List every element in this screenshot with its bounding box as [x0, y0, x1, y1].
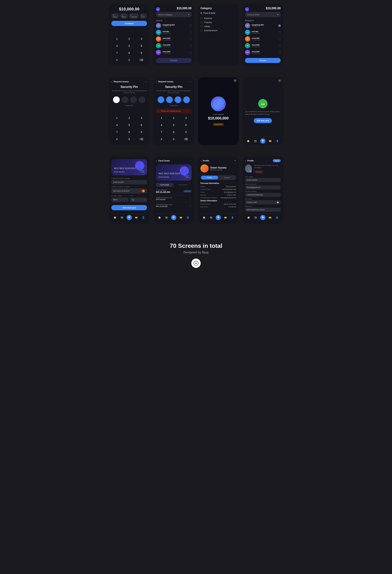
- pin-key-5b[interactable]: 5: [168, 122, 179, 128]
- back-button4[interactable]: ‹: [200, 159, 201, 162]
- pin-key-7b[interactable]: 7: [156, 129, 167, 135]
- nav-home4[interactable]: 🏠: [201, 215, 207, 220]
- contact-checkbox[interactable]: [189, 24, 192, 27]
- request-button[interactable]: Request: [156, 58, 192, 63]
- radio-entertainment[interactable]: [200, 29, 203, 32]
- nav-card5[interactable]: 💳: [267, 215, 273, 220]
- pin-key-3b[interactable]: 3: [180, 115, 192, 121]
- nav-profile5[interactable]: 👤: [274, 215, 280, 220]
- forgot-pin-link2[interactable]: Forgot pin?: [156, 104, 192, 106]
- single-menu-icon[interactable]: ⋮: [189, 197, 192, 200]
- category-property[interactable]: Property: [200, 21, 236, 23]
- food-dropdown[interactable]: Food & Drink ▾: [245, 12, 281, 17]
- category-hobby[interactable]: Hobby: [200, 25, 236, 27]
- input-card-number[interactable]: 9812 9812 9128 8123: [111, 188, 147, 194]
- key-6[interactable]: 6: [136, 43, 147, 49]
- contact-checkbox[interactable]: [189, 31, 192, 33]
- pin-key-3[interactable]: 3: [136, 115, 147, 121]
- chip-100[interactable]: $ 100.0: [111, 13, 119, 19]
- radio-hobby[interactable]: [200, 25, 203, 27]
- pin-key-6[interactable]: 6: [136, 122, 147, 128]
- pin-key-5[interactable]: 5: [124, 122, 135, 128]
- add-card-button[interactable]: Add new card: [254, 118, 272, 123]
- chip-1000[interactable]: $ 1,000.00: [129, 13, 139, 19]
- back-button2[interactable]: ‹: [156, 80, 157, 83]
- key-7[interactable]: 7: [111, 50, 122, 56]
- nav-scan4[interactable]: 📷: [209, 215, 214, 220]
- menu-dots-icon[interactable]: ···: [145, 80, 147, 83]
- nav-home3[interactable]: 🏠: [157, 215, 162, 220]
- key-backspace[interactable]: ⌫: [136, 57, 147, 63]
- category-entertainment[interactable]: Entertaintment: [200, 29, 236, 32]
- nav-diamond5[interactable]: 💎: [260, 215, 265, 220]
- nav-scan2[interactable]: 📷: [119, 215, 125, 220]
- pin-key-backspaceb[interactable]: ⌫: [180, 136, 192, 142]
- value-birthday2[interactable]: 8 March 1997 📅: [245, 200, 281, 204]
- calendar-icon[interactable]: 📅: [277, 201, 279, 203]
- pin-key-0b[interactable]: 0: [168, 136, 179, 142]
- pin-key-hashb[interactable]: #: [156, 136, 167, 142]
- pin-key-backspace[interactable]: ⌫: [136, 136, 147, 142]
- pin-key-8b[interactable]: 8: [168, 129, 179, 135]
- key-8[interactable]: 8: [124, 50, 135, 56]
- chip-500[interactable]: $ 500.0: [120, 13, 128, 19]
- pin-key-0[interactable]: 0: [124, 136, 135, 142]
- nav-scan3[interactable]: 📷: [164, 215, 169, 220]
- nav-home[interactable]: 🏠: [246, 138, 251, 144]
- category-expense[interactable]: Expense: [200, 17, 236, 19]
- nav-diamond3[interactable]: 💎: [171, 215, 176, 220]
- contact-checkbox-checked[interactable]: [278, 24, 281, 27]
- tab-card-details[interactable]: Card Details: [156, 183, 173, 187]
- contact-checkbox[interactable]: [189, 38, 192, 40]
- category-dropdown[interactable]: Select Category ▾: [156, 12, 192, 17]
- key-3[interactable]: 3: [136, 36, 147, 42]
- tab-transactions[interactable]: Transactions: [174, 183, 192, 187]
- radio-expense[interactable]: [200, 17, 203, 19]
- nav-card3[interactable]: 💳: [178, 215, 183, 220]
- tab-profile[interactable]: Profile: [201, 176, 218, 180]
- contact-checkbox[interactable]: [189, 45, 192, 47]
- nav-profile4[interactable]: 👤: [230, 215, 235, 220]
- radio-property[interactable]: [200, 21, 203, 23]
- nav-diamond2[interactable]: 💎: [127, 215, 132, 220]
- input-expiry[interactable]: 08/34: [111, 197, 129, 202]
- pin-key-1[interactable]: 1: [111, 115, 122, 121]
- nav-profile3[interactable]: 👤: [185, 215, 191, 220]
- value-email2[interactable]: Emeri@gmail.com: [245, 185, 281, 189]
- nav-card2[interactable]: 💳: [134, 215, 139, 220]
- contact-checkbox[interactable]: [278, 51, 281, 54]
- back-button[interactable]: ‹: [111, 80, 112, 83]
- value-fullname[interactable]: Emeri Suzuha: [245, 178, 281, 182]
- pin-key-7[interactable]: 7: [111, 129, 122, 135]
- nav-card4[interactable]: 💳: [223, 215, 228, 220]
- pin-key-4b[interactable]: 4: [156, 122, 167, 128]
- close-button[interactable]: ✕: [234, 79, 237, 82]
- key-9[interactable]: 9: [136, 50, 147, 56]
- value-phone2[interactable]: +192376127B312232: [245, 193, 281, 197]
- nav-home2[interactable]: 🏠: [112, 215, 118, 220]
- pin-key-2b[interactable]: 2: [168, 115, 179, 121]
- contact-checkbox[interactable]: [189, 51, 192, 54]
- pin-key-4[interactable]: 4: [111, 122, 122, 128]
- menu-dots-icon2[interactable]: ···: [189, 80, 192, 83]
- pin-key-9b[interactable]: 9: [180, 129, 192, 135]
- back-button5[interactable]: ‹: [245, 159, 246, 162]
- key-5[interactable]: 5: [124, 43, 135, 49]
- close-button2[interactable]: ✕: [278, 79, 281, 82]
- key-hash[interactable]: #: [111, 57, 122, 63]
- nav-profile[interactable]: 👤: [275, 138, 280, 144]
- forgot-pin-link[interactable]: Forgot pin?: [111, 104, 147, 106]
- pin-key-6b[interactable]: 6: [180, 122, 192, 128]
- back-button3[interactable]: ‹: [156, 159, 157, 162]
- nav-card[interactable]: 💳: [267, 138, 273, 144]
- pin-key-hash[interactable]: #: [111, 136, 122, 142]
- pin-key-8[interactable]: 8: [124, 129, 135, 135]
- done-button[interactable]: Done: [273, 159, 281, 162]
- add-card-button[interactable]: Add new card: [111, 205, 147, 210]
- key-4[interactable]: 4: [111, 43, 122, 49]
- key-2[interactable]: 2: [124, 36, 135, 42]
- tab-settings[interactable]: Settings: [218, 176, 235, 180]
- pin-key-2[interactable]: 2: [124, 115, 135, 121]
- nav-diamond4[interactable]: 💎: [216, 215, 221, 220]
- nav-diamond[interactable]: 💎: [260, 138, 265, 144]
